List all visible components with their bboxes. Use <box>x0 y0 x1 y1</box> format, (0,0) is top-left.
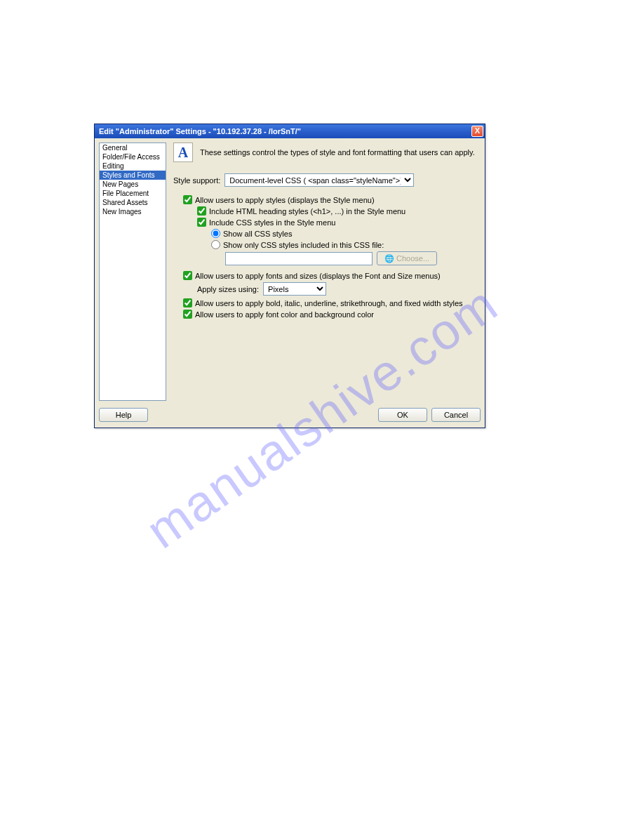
style-support-label: Style support: <box>173 176 220 185</box>
sidebar-item-shared-assets[interactable]: Shared Assets <box>100 198 166 207</box>
cancel-button[interactable]: Cancel <box>431 408 481 422</box>
include-headings-label: Include HTML heading styles (<h1>, ...) … <box>209 207 405 216</box>
sidebar-item-new-pages[interactable]: New Pages <box>100 180 166 189</box>
help-button[interactable]: Help <box>99 408 148 422</box>
sidebar-item-folder-file-access[interactable]: Folder/File Access <box>100 152 166 161</box>
choose-button[interactable]: 🌐 Choose... <box>377 251 437 265</box>
sidebar-item-file-placement[interactable]: File Placement <box>100 189 166 198</box>
allow-fonts-checkbox[interactable] <box>183 271 192 280</box>
allow-apply-styles-label: Allow users to apply styles (displays th… <box>195 196 375 204</box>
panel-description: These settings control the types of styl… <box>200 148 475 157</box>
include-css-row[interactable]: Include CSS styles in the Style menu <box>197 218 478 227</box>
allow-color-row[interactable]: Allow users to apply font color and back… <box>183 310 478 319</box>
settings-dialog: Edit "Administrator" Settings - "10.192.… <box>94 124 485 428</box>
sidebar-item-new-images[interactable]: New Images <box>100 207 166 216</box>
css-file-input[interactable] <box>225 252 373 265</box>
show-all-css-label: Show all CSS styles <box>223 230 292 238</box>
close-button[interactable]: X <box>471 126 483 137</box>
include-headings-row[interactable]: Include HTML heading styles (<h1>, ...) … <box>197 206 478 216</box>
content-panel: A These settings control the types of st… <box>170 143 481 401</box>
show-only-css-row[interactable]: Show only CSS styles included in this CS… <box>211 240 478 249</box>
font-a-icon: A <box>173 143 193 162</box>
allow-color-checkbox[interactable] <box>183 310 192 319</box>
allow-bold-label: Allow users to apply bold, italic, under… <box>195 299 463 307</box>
include-css-label: Include CSS styles in the Style menu <box>209 218 335 227</box>
allow-color-label: Allow users to apply font color and back… <box>195 310 374 319</box>
show-only-css-radio[interactable] <box>211 240 220 249</box>
include-headings-checkbox[interactable] <box>197 206 206 216</box>
allow-fonts-row[interactable]: Allow users to apply fonts and sizes (di… <box>183 271 478 280</box>
allow-apply-styles-row[interactable]: Allow users to apply styles (displays th… <box>183 195 478 204</box>
include-css-checkbox[interactable] <box>197 218 206 227</box>
apply-sizes-label: Apply sizes using: <box>197 285 259 293</box>
allow-bold-checkbox[interactable] <box>183 298 192 307</box>
style-support-select[interactable]: Document-level CSS ( <span class="styleN… <box>224 173 414 187</box>
category-sidebar: General Folder/File Access Editing Style… <box>99 143 166 401</box>
sidebar-item-styles-and-fonts[interactable]: Styles and Fonts <box>100 171 166 180</box>
titlebar-text: Edit "Administrator" Settings - "10.192.… <box>99 127 301 135</box>
sidebar-item-editing[interactable]: Editing <box>100 161 166 171</box>
show-all-css-radio[interactable] <box>211 229 220 238</box>
allow-apply-styles-checkbox[interactable] <box>183 195 192 204</box>
titlebar[interactable]: Edit "Administrator" Settings - "10.192.… <box>95 124 485 138</box>
sidebar-item-general[interactable]: General <box>100 143 166 152</box>
show-all-css-row[interactable]: Show all CSS styles <box>211 229 478 238</box>
allow-fonts-label: Allow users to apply fonts and sizes (di… <box>195 272 441 280</box>
ok-button[interactable]: OK <box>378 408 427 422</box>
dialog-footer: Help OK Cancel <box>95 405 485 428</box>
allow-bold-row[interactable]: Allow users to apply bold, italic, under… <box>183 298 478 307</box>
show-only-css-label: Show only CSS styles included in this CS… <box>223 241 384 249</box>
apply-sizes-select[interactable]: Pixels <box>263 282 326 296</box>
